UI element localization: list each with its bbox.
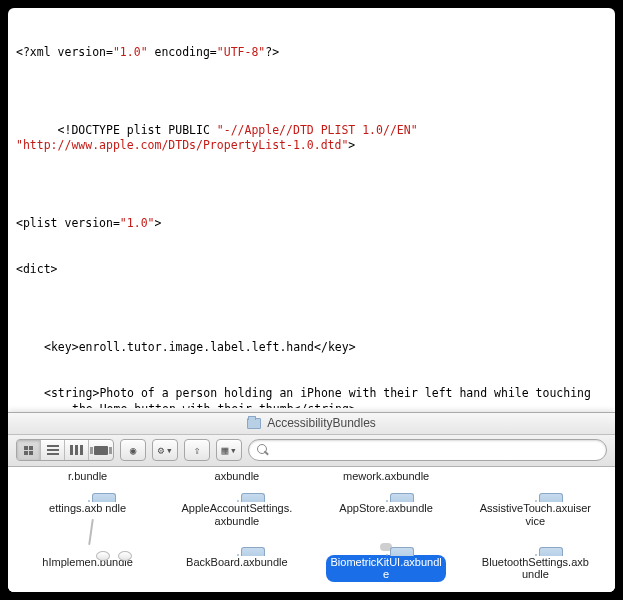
list-view-button[interactable]: [41, 440, 65, 460]
chevron-down-icon: ▾: [230, 445, 237, 456]
chevron-down-icon: ▾: [166, 445, 173, 456]
string-line: <string>Photo of a person holding an iPh…: [16, 386, 607, 407]
finder-content[interactable]: r.bundle axbundle mework.axbundle etting…: [8, 467, 615, 592]
search-icon: [257, 444, 269, 456]
list-icon: [47, 445, 59, 455]
file-item-selected[interactable]: BiometricKitUI.axbundle: [321, 543, 452, 582]
coverflow-icon: [94, 446, 108, 455]
file-label: AppStore.axbundle: [335, 501, 437, 516]
file-label: BiometricKitUI.axbundle: [326, 555, 446, 582]
grid-icon: [24, 446, 33, 455]
window-titlebar[interactable]: AccessibilityBundles: [8, 413, 615, 435]
arrange-menu-button[interactable]: ▦▾: [216, 439, 242, 461]
window-title: AccessibilityBundles: [267, 416, 376, 430]
key-line: <key>enroll.tutor.image.label.left.hand<…: [16, 340, 607, 356]
file-label: BackBoard.axbundle: [182, 555, 292, 570]
file-label: ettings.axb ndle: [45, 501, 130, 516]
file-item[interactable]: AssistiveTouch.axuiservice: [470, 489, 601, 528]
column-view-button[interactable]: [65, 440, 89, 460]
view-switcher[interactable]: [16, 439, 114, 461]
tags-icon: ▦: [221, 445, 228, 456]
finder-window: AccessibilityBundles ◉ ⚙▾ ⇪ ▦▾ r.bundle …: [8, 412, 615, 592]
icon-view-button[interactable]: [17, 440, 41, 460]
xml-prolog: <?xml version="1.0" encoding="UTF-8"?>: [16, 45, 607, 61]
file-label: AssistiveTouch.axuiservice: [475, 501, 595, 528]
plist-open: <plist version="1.0">: [16, 216, 607, 232]
file-item[interactable]: BluetoothSettings.axbundle: [470, 543, 601, 582]
file-item[interactable]: ettings.axb ndle: [22, 489, 153, 528]
file-item[interactable]: hImplemen.bundle: [22, 543, 153, 582]
file-label: AppleAccountSettings.axbundle: [177, 501, 297, 528]
code-editor[interactable]: <?xml version="1.0" encoding="UTF-8"?> <…: [8, 8, 615, 408]
share-icon: ⇪: [194, 445, 201, 456]
file-item[interactable]: axbundle: [171, 469, 302, 484]
file-item[interactable]: AppleAccountSettings.axbundle: [171, 489, 302, 528]
file-item[interactable]: [470, 469, 601, 484]
gear-icon: ⚙: [157, 445, 164, 456]
columns-icon: [70, 445, 83, 455]
file-item[interactable]: AppStore.axbundle: [321, 489, 452, 528]
file-label: BluetoothSettings.axbundle: [475, 555, 595, 582]
search-field[interactable]: [248, 439, 607, 461]
file-item[interactable]: BackBoard.axbundle: [171, 543, 302, 582]
action-menu-button[interactable]: ⚙▾: [152, 439, 178, 461]
xml-doctype: <!DOCTYPE plist PUBLIC "-//Apple//DTD PL…: [16, 107, 607, 169]
coverflow-view-button[interactable]: [89, 440, 113, 460]
folder-icon: [247, 418, 261, 429]
file-item[interactable]: r.bundle: [22, 469, 153, 484]
search-input[interactable]: [275, 443, 598, 457]
share-button[interactable]: ⇪: [184, 439, 210, 461]
file-item[interactable]: mework.axbundle: [321, 469, 452, 484]
quicklook-button[interactable]: ◉: [120, 439, 146, 461]
finder-toolbar: ◉ ⚙▾ ⇪ ▦▾: [8, 435, 615, 467]
dict-open: <dict>: [16, 262, 607, 278]
eye-icon: ◉: [130, 445, 137, 456]
